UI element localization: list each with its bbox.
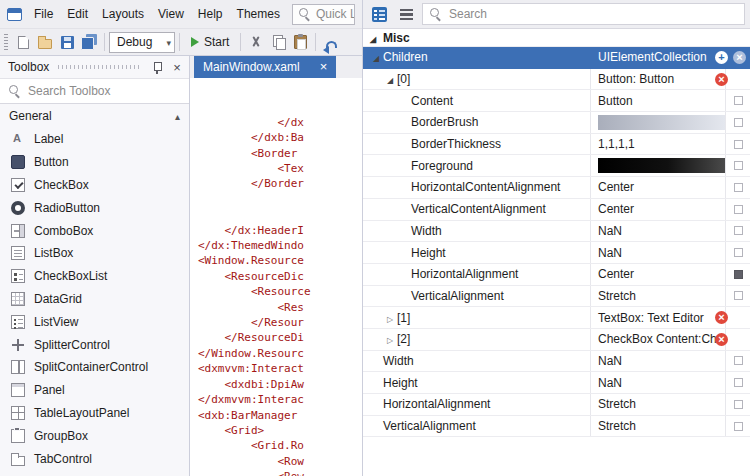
property-value-cell[interactable]: UIElementCollection	[591, 47, 726, 68]
toolbox-item-datagrid[interactable]: DataGrid	[0, 288, 189, 311]
pin-button[interactable]	[149, 59, 165, 75]
add-item-icon[interactable]	[715, 51, 728, 64]
property-marker[interactable]	[734, 270, 743, 279]
toolbox-item-listview[interactable]: ListView	[0, 310, 189, 333]
menu-item-edit[interactable]: Edit	[60, 0, 95, 28]
property-marker[interactable]	[734, 118, 743, 127]
property-row-width[interactable]: WidthNaN	[363, 221, 750, 243]
property-value-cell[interactable]: Center	[591, 264, 726, 285]
property-row-height[interactable]: HeightNaN	[363, 242, 750, 264]
property-value-cell[interactable]: TextBox: Text Editor	[591, 307, 726, 328]
menu-item-file[interactable]: File	[27, 0, 60, 28]
property-value-cell[interactable]: Stretch	[591, 286, 726, 307]
property-row-horizontalalignment[interactable]: HorizontalAlignmentStretch	[363, 394, 750, 416]
toolbox-item-combobox[interactable]: ComboBox	[0, 219, 189, 242]
property-marker[interactable]	[734, 205, 743, 214]
quick-launch-box[interactable]: Quick Launch	[292, 4, 355, 25]
property-value-cell[interactable]	[591, 155, 726, 176]
property-value-cell[interactable]: 1,1,1,1	[591, 134, 726, 155]
save-button[interactable]	[56, 31, 78, 53]
property-value-cell[interactable]: CheckBox Content:Ch...	[591, 329, 726, 350]
property-row-verticalalignment[interactable]: VerticalAlignmentStretch	[363, 286, 750, 308]
property-row-verticalalignment[interactable]: VerticalAlignmentStretch	[363, 416, 750, 438]
toolbar-grip[interactable]	[4, 34, 8, 50]
property-value-cell[interactable]	[591, 112, 726, 133]
property-row-2[interactable]: [2]CheckBox Content:Ch...	[363, 329, 750, 351]
delete-item-icon[interactable]	[715, 311, 728, 324]
toolbox-item-listbox[interactable]: ListBox	[0, 242, 189, 265]
toolbox-category-general[interactable]: General	[0, 104, 189, 128]
toolbox-item-tabcontrol[interactable]: TabControl	[0, 447, 189, 470]
categorized-view-button[interactable]	[368, 3, 390, 25]
property-marker[interactable]	[734, 183, 743, 192]
menu-item-help[interactable]: Help	[191, 0, 230, 28]
property-row-borderbrush[interactable]: BorderBrush	[363, 112, 750, 134]
alphabetical-view-button[interactable]	[395, 3, 417, 25]
black-swatch[interactable]	[598, 158, 725, 173]
property-value-cell[interactable]: NaN	[591, 242, 726, 263]
close-tab-icon[interactable]	[320, 60, 328, 74]
property-value-cell[interactable]: NaN	[591, 372, 726, 393]
property-value-cell[interactable]: Stretch	[591, 416, 726, 437]
property-marker[interactable]	[734, 140, 743, 149]
undo-button[interactable]	[320, 31, 342, 53]
property-row-horizontalcontentalignment[interactable]: HorizontalContentAlignmentCenter	[363, 177, 750, 199]
property-row-borderthickness[interactable]: BorderThickness1,1,1,1	[363, 134, 750, 156]
delete-item-icon[interactable]	[715, 73, 728, 86]
collapse-icon[interactable]	[369, 50, 383, 64]
toolbox-search-box[interactable]: Search Toolbox	[0, 78, 189, 104]
property-marker[interactable]	[734, 226, 743, 235]
toolbox-item-label[interactable]: Label	[0, 128, 189, 151]
toolbox-item-tablelayoutpanel[interactable]: TableLayoutPanel	[0, 402, 189, 425]
properties-search-box[interactable]: Search	[422, 3, 745, 25]
configuration-dropdown[interactable]: Debug	[109, 32, 175, 53]
property-row-verticalcontentalignment[interactable]: VerticalContentAlignmentCenter	[363, 199, 750, 221]
tab-mainwindow-xaml[interactable]: MainWindow.xaml	[194, 56, 336, 78]
toolbox-item-checkboxlist[interactable]: CheckBoxList	[0, 265, 189, 288]
collapse-icon[interactable]	[383, 72, 397, 86]
property-value-cell[interactable]: Button: Button	[591, 69, 726, 90]
property-value-cell[interactable]: NaN	[591, 221, 726, 242]
open-file-button[interactable]	[34, 31, 56, 53]
menu-item-view[interactable]: View	[151, 0, 191, 28]
property-marker[interactable]	[734, 291, 743, 300]
property-row-horizontalalignment[interactable]: HorizontalAlignmentCenter	[363, 264, 750, 286]
menu-item-layouts[interactable]: Layouts	[95, 0, 151, 28]
toolbox-item-panel[interactable]: Panel	[0, 379, 189, 402]
toolbox-titlebar[interactable]: Toolbox	[0, 56, 189, 78]
property-marker[interactable]	[734, 96, 743, 105]
start-debug-button[interactable]: Start	[184, 31, 236, 53]
category-misc[interactable]: Misc	[363, 29, 750, 47]
property-row-children[interactable]: ChildrenUIElementCollection	[363, 47, 750, 69]
clear-collection-icon[interactable]	[733, 51, 746, 64]
property-value-cell[interactable]: NaN	[591, 351, 726, 372]
property-row-height[interactable]: HeightNaN	[363, 372, 750, 394]
property-value-cell[interactable]: Center	[591, 177, 726, 198]
new-file-button[interactable]	[12, 31, 34, 53]
code-editor[interactable]: </dx </dxb:Ba <Border <Tex </Border </dx…	[190, 78, 362, 476]
property-marker[interactable]	[734, 378, 743, 387]
toolbox-item-radiobutton[interactable]: RadioButton	[0, 196, 189, 219]
property-marker[interactable]	[734, 422, 743, 431]
property-value-cell[interactable]: Stretch	[591, 394, 726, 415]
property-value-cell[interactable]: Center	[591, 199, 726, 220]
toolbox-item-groupbox[interactable]: GroupBox	[0, 424, 189, 447]
gray-gradient-swatch[interactable]	[598, 115, 725, 130]
property-marker[interactable]	[734, 356, 743, 365]
toolbox-item-checkbox[interactable]: CheckBox	[0, 174, 189, 197]
paste-button[interactable]	[289, 31, 311, 53]
property-marker[interactable]	[734, 248, 743, 257]
property-marker[interactable]	[734, 161, 743, 170]
property-row-width[interactable]: WidthNaN	[363, 351, 750, 373]
toolbox-item-splittercontrol[interactable]: SplitterControl	[0, 333, 189, 356]
property-row-1[interactable]: [1]TextBox: Text Editor	[363, 307, 750, 329]
property-marker[interactable]	[734, 400, 743, 409]
property-row-foreground[interactable]: Foreground	[363, 155, 750, 177]
expand-icon[interactable]	[383, 332, 397, 346]
toolbox-item-button[interactable]: Button	[0, 151, 189, 174]
property-row-content[interactable]: ContentButton	[363, 90, 750, 112]
close-toolbox-button[interactable]	[169, 60, 185, 75]
menu-item-themes[interactable]: Themes	[230, 0, 287, 28]
copy-button[interactable]	[267, 31, 289, 53]
delete-item-icon[interactable]	[715, 333, 728, 346]
